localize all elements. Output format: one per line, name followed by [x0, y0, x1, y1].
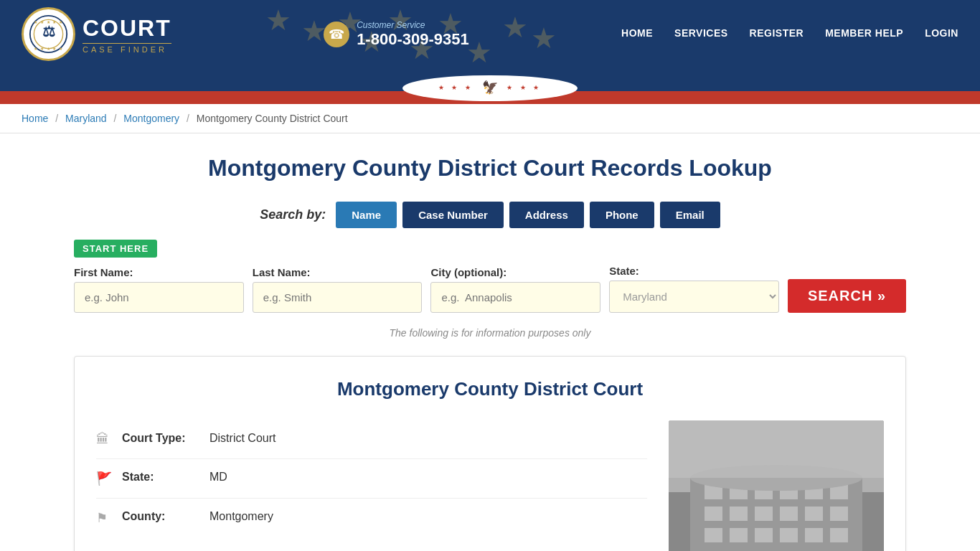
- tab-name[interactable]: Name: [336, 202, 397, 228]
- breadcrumb-sep-3: /: [187, 113, 189, 124]
- state-info-label: State:: [122, 471, 201, 484]
- phone-area: ☎ Customer Service 1-800-309-9351: [324, 20, 469, 49]
- search-form-section: START HERE First Name: Last Name: City (…: [74, 240, 906, 313]
- eagle-banner: ★ ★ ★ 🦅 ★ ★ ★: [0, 68, 980, 104]
- breadcrumb-maryland[interactable]: Maryland: [65, 113, 107, 124]
- court-image: [669, 420, 884, 551]
- court-info-body: 🏛 Court Type: District Court 🚩 State: MD…: [96, 420, 884, 551]
- svg-rect-14: [705, 507, 722, 521]
- svg-rect-19: [830, 507, 848, 521]
- logo-icon: ⚖ ★ ★ ★ ★ ★ ★ ★ ★ ★ ★: [29, 14, 68, 54]
- svg-rect-27: [669, 420, 884, 478]
- logo-circle: ⚖ ★ ★ ★ ★ ★ ★ ★ ★ ★ ★: [22, 7, 75, 61]
- form-row: First Name: Last Name: City (optional): …: [74, 265, 906, 313]
- logo-subtitle-text: CASE FINDER: [83, 43, 171, 54]
- breadcrumb-home[interactable]: Home: [22, 113, 48, 124]
- site-header: ★ ★ ★ ★ ★ ★ ★ ★ ★ ★ ⚖ ★ ★ ★ ★ ★ ★ ★ ★ ★ …: [0, 0, 980, 68]
- nav-login[interactable]: LOGIN: [925, 27, 958, 42]
- last-name-label: Last Name:: [253, 266, 423, 278]
- svg-text:★ ★ ★ ★ ★: ★ ★ ★ ★ ★: [34, 46, 62, 51]
- state-row: 🚩 State: MD: [96, 459, 647, 499]
- breadcrumb-montgomery[interactable]: Montgomery: [123, 113, 179, 124]
- phone-label: Customer Service: [357, 20, 469, 30]
- nav-register[interactable]: REGISTER: [750, 27, 804, 42]
- state-group: State: Maryland Virginia DC Pennsylvania: [609, 265, 779, 313]
- svg-rect-24: [805, 528, 823, 542]
- svg-rect-22: [755, 528, 773, 542]
- first-name-input[interactable]: [74, 282, 244, 313]
- county-label: County:: [122, 510, 201, 523]
- eagle-oval: ★ ★ ★ 🦅 ★ ★ ★: [402, 75, 578, 101]
- svg-text:★ ★ ★ ★ ★: ★ ★ ★ ★ ★: [34, 19, 62, 24]
- state-info-value: MD: [209, 471, 227, 484]
- logo-area[interactable]: ⚖ ★ ★ ★ ★ ★ ★ ★ ★ ★ ★ COURT CASE FINDER: [22, 7, 171, 61]
- court-type-label: Court Type:: [122, 432, 201, 445]
- info-note: The following is for information purpose…: [74, 327, 906, 339]
- logo-text: COURT CASE FINDER: [83, 15, 171, 54]
- city-label: City (optional):: [430, 266, 600, 278]
- svg-rect-16: [755, 507, 773, 521]
- svg-rect-17: [780, 507, 798, 521]
- tab-case-number[interactable]: Case Number: [402, 202, 504, 228]
- breadcrumb-current: Montgomery County District Court: [197, 113, 348, 124]
- svg-rect-18: [805, 507, 823, 521]
- search-by-label: Search by:: [260, 207, 326, 222]
- nav-member-help[interactable]: MEMBER HELP: [825, 27, 903, 42]
- breadcrumb-sep-1: /: [55, 113, 58, 124]
- first-name-label: First Name:: [74, 266, 244, 278]
- state-label: State:: [609, 265, 779, 277]
- state-select[interactable]: Maryland Virginia DC Pennsylvania: [609, 281, 779, 313]
- logo-court-text: COURT: [83, 15, 171, 42]
- court-type-value: District Court: [209, 432, 275, 445]
- court-info-title: Montgomery County District Court: [96, 378, 884, 400]
- phone-icon: ☎: [324, 22, 349, 47]
- main-content: Montgomery County District Court Records…: [60, 133, 920, 551]
- last-name-input[interactable]: [253, 282, 423, 313]
- svg-rect-23: [780, 528, 798, 542]
- nav-services[interactable]: SERVICES: [674, 27, 728, 42]
- last-name-group: Last Name:: [253, 266, 423, 313]
- court-type-row: 🏛 Court Type: District Court: [96, 420, 647, 459]
- tab-phone[interactable]: Phone: [590, 202, 654, 228]
- eagle-symbol: 🦅: [482, 80, 498, 95]
- phone-number: 1-800-309-9351: [357, 30, 469, 49]
- start-here-badge: START HERE: [74, 240, 157, 258]
- tab-email[interactable]: Email: [660, 202, 720, 228]
- court-info-left: 🏛 Court Type: District Court 🚩 State: MD…: [96, 420, 647, 551]
- svg-rect-25: [830, 528, 848, 542]
- svg-rect-20: [705, 528, 722, 542]
- svg-text:⚖: ⚖: [42, 24, 55, 39]
- court-type-icon: 🏛: [96, 432, 113, 447]
- breadcrumb: Home / Maryland / Montgomery / Montgomer…: [0, 104, 980, 133]
- court-image-area: [669, 420, 884, 551]
- phone-text: Customer Service 1-800-309-9351: [357, 20, 469, 49]
- court-info-box: Montgomery County District Court 🏛 Court…: [74, 356, 906, 551]
- court-building-svg: [669, 420, 884, 551]
- svg-rect-15: [730, 507, 748, 521]
- breadcrumb-sep-2: /: [114, 113, 117, 124]
- nav-home[interactable]: HOME: [621, 27, 653, 42]
- county-row: ⚑ County: Montgomery: [96, 499, 647, 537]
- page-title: Montgomery County District Court Records…: [74, 155, 906, 182]
- main-nav: HOME SERVICES REGISTER MEMBER HELP LOGIN: [621, 27, 958, 42]
- city-input[interactable]: [430, 282, 600, 313]
- search-by-row: Search by: Name Case Number Address Phon…: [74, 202, 906, 228]
- stars-right: ★ ★ ★: [507, 84, 542, 91]
- first-name-group: First Name:: [74, 266, 244, 313]
- svg-rect-21: [730, 528, 748, 542]
- city-group: City (optional):: [430, 266, 600, 313]
- tab-address[interactable]: Address: [509, 202, 584, 228]
- stars-left: ★ ★ ★: [438, 84, 473, 91]
- state-icon: 🚩: [96, 471, 113, 486]
- search-button[interactable]: SEARCH »: [788, 279, 906, 313]
- county-value: Montgomery: [209, 510, 273, 523]
- county-icon: ⚑: [96, 510, 113, 526]
